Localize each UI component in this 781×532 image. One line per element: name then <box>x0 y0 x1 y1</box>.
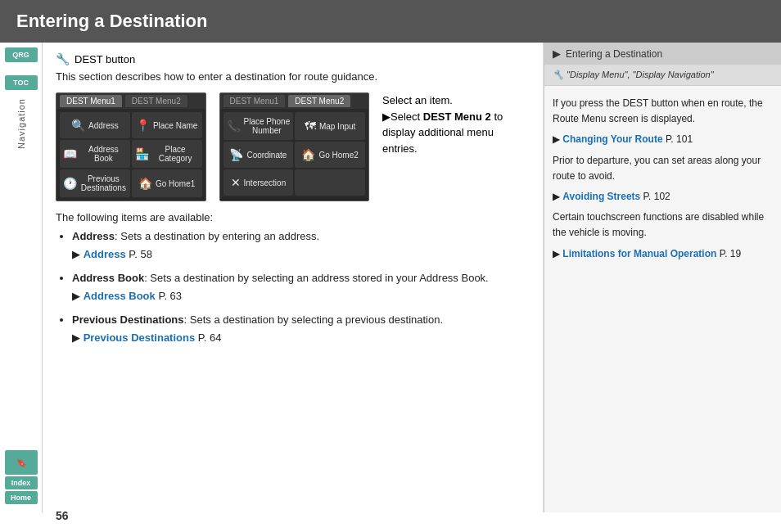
select-instruction: Select an item. ▶Select DEST Menu 2 to d… <box>382 92 530 156</box>
select-prefix: Select an item. <box>382 94 453 106</box>
right-link3-page: P. 19 <box>720 248 741 259</box>
previous-destinations-link[interactable]: Previous Destinations <box>84 331 196 344</box>
limitations-link[interactable]: Limitations for Manual Operation <box>562 248 716 259</box>
previous-dest-icon: 🕐 <box>63 177 77 190</box>
dest-menu-1-header: DEST Menu1 DEST Menu2 <box>56 93 205 109</box>
right-link1: ▶ Changing Your Route P. 101 <box>553 132 773 147</box>
previous-destinations-page: P. 64 <box>198 331 222 344</box>
right-panel-header: ▶ Entering a Destination <box>544 43 781 65</box>
menu2-coordinate-label: Coordinate <box>246 151 287 160</box>
dest-menu-2-tab2[interactable]: DEST Menu2 <box>288 95 350 107</box>
sidebar-bottom: 🔖 Index Home <box>5 450 38 509</box>
address-icon: 🔍 <box>71 119 85 132</box>
address-book-link[interactable]: Address Book <box>84 290 156 302</box>
dest-menu-2-body: 📞 Place Phone Number 🗺 Map Input 📡 Coord… <box>220 109 369 199</box>
menu2-item-map-input[interactable]: 🗺 Map Input <box>295 112 365 140</box>
right-panel-header-icon: ▶ <box>553 47 561 60</box>
subheader-text: "Display Menu", "Display Navigation" <box>567 70 713 79</box>
dest-menu-2-tab1[interactable]: DEST Menu1 <box>223 95 286 107</box>
menu1-item-address-book[interactable]: 📖 Address Book <box>60 140 130 168</box>
menu1-item-previous-destinations[interactable]: 🕐 Previous Destinations <box>60 169 130 197</box>
menu2-item-coordinate[interactable]: 📡 Coordinate <box>223 142 294 168</box>
items-list: The following items are available: Addre… <box>56 211 530 345</box>
menu1-address-label: Address <box>88 121 119 130</box>
menu2-item-place-phone[interactable]: 📞 Place Phone Number <box>223 112 294 140</box>
menu2-item-empty <box>295 169 365 196</box>
right-link3-icon: ▶ <box>553 248 560 259</box>
right-link1-page: P. 101 <box>666 133 693 145</box>
right-panel-body: If you press the DEST button when en rou… <box>544 86 781 277</box>
page-header: Entering a Destination <box>0 0 781 43</box>
menu1-item-address[interactable]: 🔍 Address <box>60 112 130 138</box>
place-name-icon: 📍 <box>136 119 150 132</box>
menu2-place-phone-label: Place Phone Number <box>244 117 291 135</box>
home2-icon: 🏠 <box>301 148 315 161</box>
address-book-page: P. 63 <box>158 290 182 302</box>
right-link3: ▶ Limitations for Manual Operation P. 19 <box>553 246 773 262</box>
section-description: This section describes how to enter a de… <box>56 70 530 83</box>
subheader-icon1: 🔧 <box>553 70 564 79</box>
previous-destinations-term: Previous Destinations <box>72 313 184 326</box>
dest-menu-2: DEST Menu1 DEST Menu2 📞 Place Phone Numb… <box>219 92 370 201</box>
avoiding-streets-link[interactable]: Avoiding Streets <box>562 191 640 202</box>
right-link2-page: P. 102 <box>643 191 670 202</box>
page-title: Entering a Destination <box>16 11 207 32</box>
menu2-item-intersection[interactable]: ✕ Intersection <box>223 169 294 196</box>
right-panel-subheader: 🔧 "Display Menu", "Display Navigation" <box>544 65 781 86</box>
menu1-item-place-category[interactable]: 🏪 Place Category <box>132 140 202 168</box>
address-link-line: ▶ Address P. 58 <box>72 246 530 263</box>
menu1-item-go-home1[interactable]: 🏠 Go Home1 <box>132 169 202 197</box>
menu1-item-place-name[interactable]: 📍 Place Name <box>132 112 202 138</box>
page-number: 56 <box>43 506 781 525</box>
address-link-icon: ▶ <box>72 248 80 260</box>
menu1-prev-dest-label: Previous Destinations <box>80 174 127 192</box>
left-content: 🔧 DEST button This section describes how… <box>43 43 544 512</box>
main-layout: QRG TOC Navigation 🔖 Index Home 🔧 DEST b… <box>0 43 781 512</box>
address-book-term: Address Book <box>72 272 144 284</box>
menu1-place-name-label: Place Name <box>153 121 197 130</box>
menu1-address-book-label: Address Book <box>80 145 127 163</box>
index-button[interactable]: Index <box>5 476 38 489</box>
select-instruction-detail: ▶Select DEST Menu 2 to display additiona… <box>382 109 530 157</box>
menu2-intersection-label: Intersection <box>244 178 287 187</box>
available-text: The following items are available: <box>56 211 530 223</box>
coordinate-icon: 📡 <box>229 148 243 161</box>
right-para2: Prior to departure, you can set areas al… <box>553 153 773 184</box>
changing-route-link[interactable]: Changing Your Route <box>562 133 662 145</box>
dest-button-text: DEST button <box>74 53 135 65</box>
dest-menu-1-tab2[interactable]: DEST Menu2 <box>125 95 187 107</box>
previous-destinations-link-line: ▶ Previous Destinations P. 64 <box>72 330 530 346</box>
right-link2-icon: ▶ <box>553 191 560 202</box>
intersection-icon: ✕ <box>231 176 241 189</box>
address-desc: : Sets a destination by entering an addr… <box>115 230 319 242</box>
list-item-address: Address: Sets a destination by entering … <box>72 228 530 262</box>
dest-menu-2-header: DEST Menu1 DEST Menu2 <box>220 93 369 109</box>
address-link[interactable]: Address <box>84 248 126 260</box>
sidebar: QRG TOC Navigation 🔖 Index Home <box>0 43 43 512</box>
toc-button[interactable]: TOC <box>5 75 38 90</box>
address-book-icon: 📖 <box>63 147 77 160</box>
dest-menu2-label: DEST Menu 2 <box>423 110 491 123</box>
list-item-previous-destinations: Previous Destinations: Sets a destinatio… <box>72 312 530 345</box>
qrg-button[interactable]: QRG <box>5 47 38 62</box>
right-link2: ▶ Avoiding Streets P. 102 <box>553 189 773 205</box>
dest-menu-1-body: 🔍 Address 📍 Place Name 📖 Address Book <box>56 109 205 201</box>
menu2-map-input-label: Map Input <box>319 122 355 131</box>
content-area: 🔧 DEST button This section describes how… <box>43 43 781 512</box>
home1-icon: 🏠 <box>138 177 152 190</box>
bookmark-icon-button[interactable]: 🔖 <box>5 450 38 475</box>
address-page: P. 58 <box>129 248 152 260</box>
menu2-item-go-home2[interactable]: 🏠 Go Home2 <box>295 142 365 168</box>
select-arrow: ▶ <box>382 110 390 123</box>
right-para3: Certain touchscreen functions are disabl… <box>553 210 773 241</box>
right-para1: If you press the DEST button when en rou… <box>553 96 773 127</box>
dest-menu-1: DEST Menu1 DEST Menu2 🔍 Address 📍 Place … <box>56 92 206 201</box>
dest-menu-1-tab1[interactable]: DEST Menu1 <box>60 95 122 107</box>
right-panel: ▶ Entering a Destination 🔧 "Display Menu… <box>544 43 781 512</box>
home-button[interactable]: Home <box>5 491 38 504</box>
menu1-go-home1-label: Go Home1 <box>156 179 195 188</box>
address-book-link-line: ▶ Address Book P. 63 <box>72 288 530 304</box>
address-book-link-icon: ▶ <box>72 290 80 302</box>
previous-destinations-link-icon: ▶ <box>72 331 80 344</box>
select-instruction-text: Select an item. <box>382 92 530 109</box>
